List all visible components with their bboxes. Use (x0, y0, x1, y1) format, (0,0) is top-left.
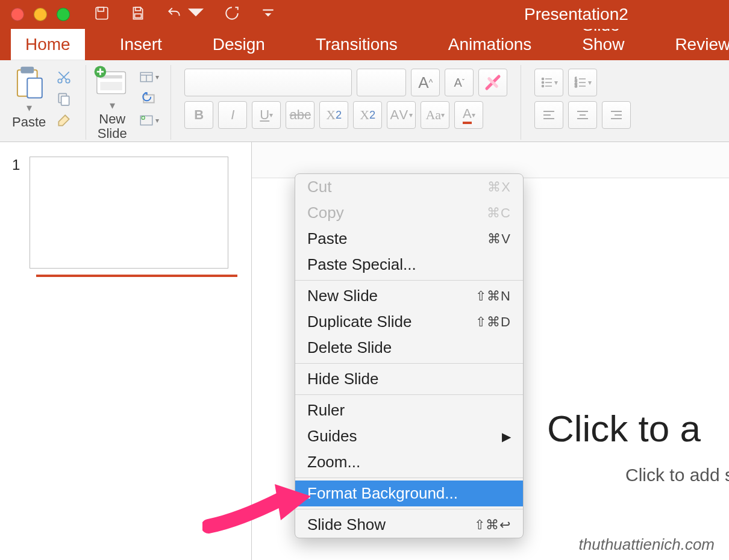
menu-new-slide[interactable]: New Slide⇧⌘N (295, 283, 523, 309)
format-painter-icon[interactable] (49, 112, 78, 129)
undo-dropdown-icon[interactable] (188, 5, 204, 23)
new-slide-button[interactable]: ▾ (93, 65, 131, 112)
minimize-window-button[interactable] (34, 8, 47, 21)
menu-separator (295, 363, 523, 364)
char-spacing-button[interactable]: AV▾ (387, 101, 416, 129)
font-color-button[interactable]: A▾ (454, 101, 483, 129)
window-controls (11, 8, 70, 21)
tab-animations[interactable]: Animations (433, 29, 548, 60)
copy-icon[interactable] (49, 90, 78, 107)
menu-separator (295, 509, 523, 509)
bullets-button[interactable]: ▾ (534, 69, 563, 96)
customize-qat-icon[interactable] (260, 5, 276, 23)
svg-rect-7 (27, 78, 42, 98)
close-window-button[interactable] (11, 8, 24, 21)
group-slides: ▾ New Slide ▾ ▾ (86, 65, 171, 140)
menu-cut[interactable]: Cut⌘X (295, 174, 523, 200)
ribbon-tabs: Home Insert Design Transitions Animation… (0, 29, 729, 60)
cut-icon[interactable] (49, 69, 78, 86)
undo-icon[interactable] (166, 5, 182, 23)
tab-insert[interactable]: Insert (104, 29, 178, 60)
menu-ruler[interactable]: Ruler (295, 397, 523, 423)
menu-slide-show[interactable]: Slide Show⇧⌘↩ (295, 512, 523, 538)
align-right-button[interactable] (602, 101, 631, 129)
menu-duplicate-slide[interactable]: Duplicate Slide⇧⌘D (295, 309, 523, 335)
quick-access-toolbar (94, 5, 276, 23)
context-menu: Cut⌘X Copy⌘C Paste⌘V Paste Special... Ne… (295, 173, 524, 538)
redo-icon[interactable] (224, 5, 240, 23)
title-bar: Presentation2 (0, 0, 729, 29)
submenu-arrow-icon: ▶ (502, 429, 511, 444)
superscript-button[interactable]: X2 (319, 101, 348, 129)
menu-paste-special[interactable]: Paste Special... (295, 252, 523, 278)
thumbnail-selection-indicator (36, 275, 237, 277)
svg-rect-2 (136, 7, 141, 10)
menu-format-background[interactable]: Format Background... (295, 481, 523, 506)
menu-separator (295, 394, 523, 395)
document-title: Presentation2 (524, 5, 628, 24)
group-clipboard: ▾ Paste (5, 65, 86, 140)
title-placeholder[interactable]: Click to a (547, 407, 701, 450)
group-paragraph: ▾ 123▾ (521, 65, 644, 140)
layout-icon[interactable]: ▾ (134, 69, 163, 86)
menu-copy[interactable]: Copy⌘C (295, 200, 523, 226)
svg-rect-6 (20, 67, 34, 73)
menu-separator (295, 478, 523, 478)
paste-label: Paste (12, 114, 46, 132)
ribbon: ▾ Paste ▾ New Slide ▾ ▾ (0, 60, 729, 142)
italic-button[interactable]: I (218, 101, 247, 129)
increase-font-button[interactable]: A^ (411, 69, 440, 96)
font-size-select[interactable] (357, 69, 406, 96)
tab-transitions[interactable]: Transitions (300, 29, 413, 60)
tab-home[interactable]: Home (11, 28, 85, 60)
menu-zoom[interactable]: Zoom... (295, 449, 523, 475)
svg-point-22 (542, 78, 544, 80)
align-left-button[interactable] (534, 101, 563, 129)
paste-button[interactable]: ▾ (12, 65, 46, 114)
reset-slide-icon[interactable] (134, 90, 163, 107)
tab-design[interactable]: Design (197, 29, 281, 60)
font-select[interactable] (184, 69, 352, 96)
change-case-button[interactable]: Aa▾ (421, 101, 449, 129)
svg-rect-11 (61, 96, 69, 105)
svg-text:3: 3 (575, 84, 577, 88)
section-icon[interactable]: ▾ (134, 112, 163, 129)
save-icon[interactable] (130, 5, 146, 23)
clear-formatting-button[interactable] (478, 69, 507, 96)
svg-rect-14 (101, 82, 122, 90)
new-slide-label: New Slide (98, 112, 127, 143)
slide-number: 1 (12, 157, 20, 173)
svg-rect-1 (98, 7, 104, 11)
subtitle-placeholder[interactable]: Click to add s (625, 465, 729, 485)
menu-delete-slide[interactable]: Delete Slide (295, 335, 523, 361)
decrease-font-button[interactable]: Aˇ (445, 69, 474, 96)
menu-paste[interactable]: Paste⌘V (295, 226, 523, 252)
strikethrough-button[interactable]: abc (286, 101, 314, 129)
menu-hide-slide[interactable]: Hide Slide (295, 366, 523, 392)
svg-rect-3 (135, 14, 142, 18)
subscript-button[interactable]: X2 (353, 101, 382, 129)
numbering-button[interactable]: 123▾ (568, 69, 597, 96)
group-font: A^ Aˇ B I U▾ abc X2 X2 AV▾ Aa▾ A▾ (171, 65, 521, 140)
menu-guides[interactable]: Guides▶ (295, 423, 523, 449)
zoom-window-button[interactable] (57, 8, 70, 21)
slide-thumbnail-1[interactable] (30, 157, 228, 269)
underline-button[interactable]: U▾ (252, 101, 281, 129)
autosave-icon[interactable] (94, 5, 110, 23)
watermark-text: thuthuattienich.com (579, 535, 715, 554)
slide-thumbnails-panel: 1 (0, 142, 252, 560)
menu-separator (295, 280, 523, 281)
svg-point-24 (542, 82, 544, 84)
bold-button[interactable]: B (184, 101, 213, 129)
svg-point-26 (542, 86, 544, 87)
align-center-button[interactable] (568, 101, 597, 129)
tab-review[interactable]: Review (659, 29, 729, 60)
svg-rect-4 (263, 10, 273, 11)
svg-rect-19 (144, 95, 154, 103)
